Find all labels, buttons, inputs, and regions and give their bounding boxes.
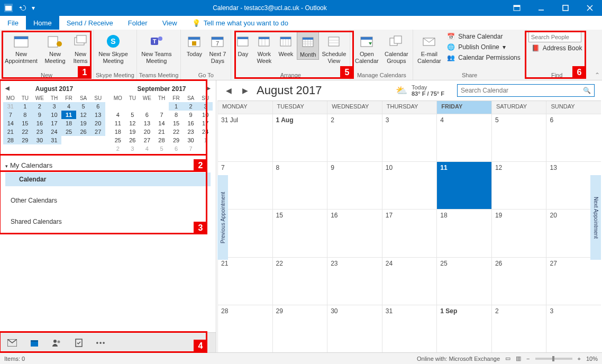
ribbon-collapse-icon[interactable]: ⌃ xyxy=(595,71,600,79)
cal-prev-icon[interactable]: ◀ xyxy=(224,86,234,95)
minical-prev-icon[interactable]: ◀ xyxy=(5,85,10,91)
minical-day[interactable]: 7 xyxy=(154,111,169,119)
minical-next-icon[interactable]: ▶ xyxy=(206,85,211,91)
minical-day[interactable]: 20 xyxy=(140,128,154,136)
minical-day[interactable]: 10 xyxy=(47,111,62,119)
email-calendar-button[interactable]: E-mail Calendar xyxy=(415,32,443,65)
minical-day[interactable]: 28 xyxy=(3,136,18,144)
minical-day[interactable]: 3 xyxy=(47,102,62,111)
day-cell[interactable]: 29 xyxy=(272,305,327,352)
workweek-view-button[interactable]: Work Week xyxy=(253,32,275,65)
minical-day[interactable]: 8 xyxy=(18,111,33,119)
minical-day[interactable]: 25 xyxy=(111,136,125,144)
people-icon[interactable] xyxy=(52,338,61,348)
day-cell[interactable]: 24 xyxy=(382,258,437,305)
minical-day[interactable]: 24 xyxy=(47,128,62,136)
my-calendars-header[interactable]: My Calendars xyxy=(5,158,211,172)
minical-day[interactable] xyxy=(198,144,213,153)
new-appointment-button[interactable]: New Appointment xyxy=(2,32,40,65)
undo-icon[interactable] xyxy=(18,4,26,12)
address-book-button[interactable]: 📕Address Book xyxy=(528,43,586,53)
day-cell[interactable]: 4 xyxy=(436,114,491,161)
minical-day[interactable]: 26 xyxy=(76,128,91,136)
minical-day[interactable] xyxy=(61,136,76,144)
schedule-view-button[interactable]: Schedule View xyxy=(320,32,348,65)
day-cell[interactable]: 21 xyxy=(217,258,272,305)
minical-day[interactable]: 13 xyxy=(90,111,105,119)
minical-day[interactable]: 8 xyxy=(169,111,184,119)
next7-button[interactable]: 7Next 7 Days xyxy=(206,32,229,65)
minical-day[interactable]: 4 xyxy=(111,111,125,119)
day-cell[interactable]: 27 xyxy=(546,258,601,305)
day-cell[interactable]: 5 xyxy=(491,114,546,161)
search-icon[interactable]: 🔍 xyxy=(583,87,591,94)
tab-view[interactable]: View xyxy=(155,16,185,30)
maximize-button[interactable] xyxy=(553,0,578,16)
minical-day[interactable]: 27 xyxy=(140,136,154,144)
tasks-icon[interactable] xyxy=(74,338,84,348)
minical-day[interactable]: 18 xyxy=(61,119,76,128)
minical-day[interactable]: 21 xyxy=(3,128,18,136)
minical-day[interactable]: 4 xyxy=(61,102,76,111)
day-cell[interactable]: 28 xyxy=(217,305,272,352)
minical-day[interactable]: 12 xyxy=(125,119,140,128)
minical-day[interactable]: 2 xyxy=(184,102,198,111)
minical-day[interactable]: 9 xyxy=(32,111,47,119)
minical-day[interactable]: 30 xyxy=(184,136,198,144)
calendar-permissions-button[interactable]: 👥Calendar Permissions xyxy=(444,53,523,62)
minical-day[interactable] xyxy=(140,102,154,111)
minical2-table[interactable]: MOTUWETHFRSASU12345678910111213141516171… xyxy=(111,94,213,153)
minical-day[interactable]: 22 xyxy=(18,128,33,136)
minical-day[interactable]: 3 xyxy=(125,144,140,153)
zoom-out-icon[interactable]: − xyxy=(526,356,530,362)
weather[interactable]: ⛅ Today83° F / 75° F xyxy=(396,84,444,97)
minical-day[interactable]: 6 xyxy=(140,111,154,119)
minical-day[interactable]: 27 xyxy=(90,128,105,136)
new-meeting-button[interactable]: New Meeting xyxy=(41,32,69,65)
minical-day[interactable]: 7 xyxy=(3,111,18,119)
minical-day[interactable]: 31 xyxy=(47,136,62,144)
publish-online-button[interactable]: 🌐Publish Online ▾ xyxy=(444,42,523,52)
minical-day[interactable]: 14 xyxy=(3,119,18,128)
day-cell[interactable]: 30 xyxy=(327,305,382,352)
minical-day[interactable]: 2 xyxy=(32,102,47,111)
zoom-in-icon[interactable]: + xyxy=(578,356,581,362)
minical-day[interactable]: 18 xyxy=(111,128,125,136)
minical-day[interactable]: 22 xyxy=(169,128,184,136)
day-cell[interactable]: 18 xyxy=(436,210,491,257)
share-calendar-button[interactable]: 📅Share Calendar xyxy=(444,32,523,41)
minical-day[interactable]: 6 xyxy=(90,102,105,111)
minimize-button[interactable] xyxy=(529,0,553,16)
minical-day[interactable]: 15 xyxy=(169,119,184,128)
shared-calendars-item[interactable]: Shared Calendars xyxy=(5,215,211,229)
minical-day[interactable] xyxy=(76,136,91,144)
minical-day[interactable]: 29 xyxy=(18,136,33,144)
minical-day[interactable]: 4 xyxy=(140,144,154,153)
tab-send-receive[interactable]: Send / Receive xyxy=(59,16,121,30)
minical-day[interactable]: 14 xyxy=(154,119,169,128)
tab-folder[interactable]: Folder xyxy=(121,16,155,30)
day-cell[interactable]: 17 xyxy=(382,210,437,257)
minical-day[interactable]: 23 xyxy=(32,128,47,136)
minical-day[interactable]: 30 xyxy=(32,136,47,144)
ribbon-display-button[interactable] xyxy=(505,0,529,16)
day-cell[interactable]: 31 xyxy=(382,305,437,352)
day-cell[interactable]: 16 xyxy=(327,210,382,257)
minical-day[interactable]: 16 xyxy=(184,119,198,128)
calendar-item-selected[interactable]: Calendar xyxy=(5,172,211,186)
minical-day[interactable]: 5 xyxy=(76,102,91,111)
day-cell[interactable]: 12 xyxy=(491,162,546,209)
minical-day[interactable]: 9 xyxy=(184,111,198,119)
minical-day[interactable]: 17 xyxy=(47,119,62,128)
day-view-button[interactable]: Day xyxy=(233,32,252,59)
minical-day[interactable]: 6 xyxy=(169,144,184,153)
day-cell[interactable]: 11 xyxy=(436,162,491,209)
view-reading-icon[interactable]: ▥ xyxy=(516,355,521,362)
month-view-button[interactable]: Month xyxy=(297,32,319,60)
minical-day[interactable]: 29 xyxy=(169,136,184,144)
minical-day[interactable]: 23 xyxy=(184,128,198,136)
zoom-slider[interactable] xyxy=(535,358,572,360)
minical-day[interactable]: 2 xyxy=(111,144,125,153)
minical-day[interactable]: 26 xyxy=(125,136,140,144)
minical-day[interactable]: 20 xyxy=(90,119,105,128)
